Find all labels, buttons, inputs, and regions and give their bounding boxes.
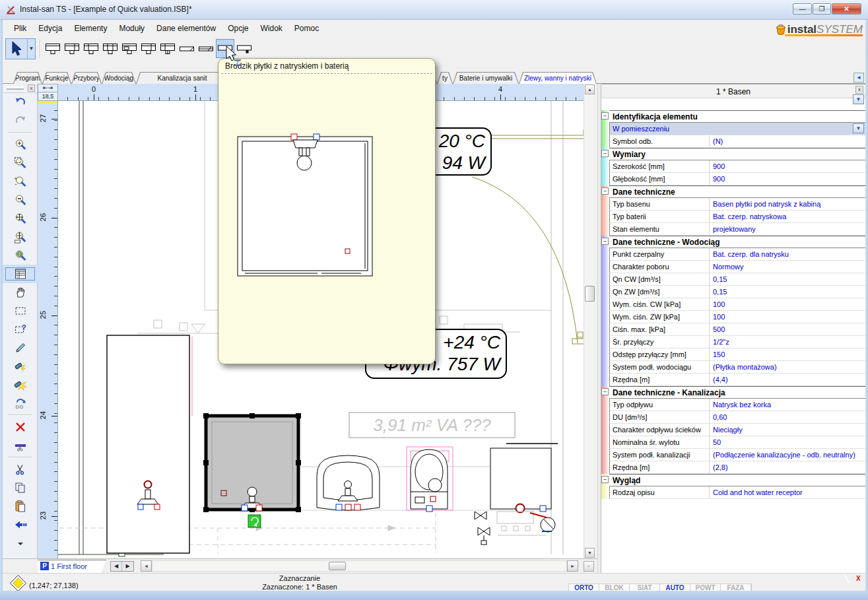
property-value[interactable]: (N) (710, 135, 865, 147)
tank-fixture[interactable] (490, 444, 558, 513)
menu-pomoc[interactable]: Pomoc (288, 21, 325, 36)
horizontal-scroll-thumb[interactable] (329, 562, 346, 570)
zoom-window-button[interactable] (3, 154, 38, 172)
rotate-refresh-button[interactable]: DG (3, 394, 38, 413)
minimize-button[interactable]: — (793, 3, 812, 15)
tool-washbasin-7[interactable] (158, 39, 177, 58)
tool-washbasin-2[interactable] (63, 39, 81, 58)
property-value[interactable]: (Podłączenie kanalizacyjne - odb. neutra… (710, 449, 865, 461)
zoom-pan-previous-button[interactable] (3, 228, 38, 246)
section-header[interactable]: Dane techniczne - Kanalizacja (609, 386, 865, 399)
zoom-whole-project-button[interactable] (3, 246, 38, 265)
section-header[interactable]: Dane techniczne - Wodociąg (609, 236, 865, 248)
property-value[interactable]: Natrysk bez korka (710, 399, 865, 411)
section-header[interactable]: Dane techniczne (609, 185, 865, 198)
section-header[interactable]: Identyfikacja elementu (609, 110, 865, 123)
property-value[interactable]: Cold and hot water receptor (710, 486, 865, 498)
split-view-button[interactable]: ▫ (584, 561, 594, 572)
scroll-right-icon[interactable]: ► (567, 560, 578, 572)
tab-ty[interactable]: ty (437, 72, 453, 84)
property-value[interactable]: 50 (710, 436, 865, 448)
room-area-label[interactable]: 3,91 m² VA ??? (349, 412, 516, 438)
property-value[interactable]: 150 (710, 349, 865, 360)
zoom-in-button[interactable] (3, 135, 38, 154)
property-value[interactable]: 100 (710, 298, 865, 310)
shower-tray-selected[interactable] (203, 413, 301, 527)
tool-washbasin-5[interactable] (120, 39, 139, 58)
palette-header[interactable]: x (3, 84, 37, 93)
redo-button[interactable] (3, 112, 38, 130)
undo-button[interactable] (3, 93, 38, 112)
delete-button[interactable] (3, 418, 38, 436)
sheet-prev-icon[interactable]: ◀ (111, 562, 122, 571)
toilet-fixture[interactable] (407, 447, 453, 512)
property-value[interactable]: 1/2"z (710, 336, 865, 348)
probe-element-button[interactable] (3, 357, 38, 376)
canvas-vertical-scrollbar[interactable]: ▲ ▼ (584, 84, 595, 558)
menu-moduły[interactable]: Moduły (113, 21, 150, 36)
menu-dane-elementów[interactable]: Dane elementów (150, 21, 222, 36)
trim-connection-button[interactable] (3, 436, 38, 455)
property-value[interactable]: projektowany (710, 223, 865, 235)
scroll-down-icon[interactable]: ▼ (585, 548, 595, 558)
tab-wodociąg[interactable]: Wodociąg (102, 72, 136, 84)
section-header[interactable]: Wymiary (609, 148, 865, 160)
rotate-handle-chip[interactable] (248, 515, 261, 527)
menu-opcje[interactable]: Opcje (222, 21, 254, 36)
collapse-icon[interactable]: – (601, 476, 609, 483)
property-value[interactable]: (2,8) (710, 461, 865, 473)
bathtub-fixture[interactable] (107, 335, 189, 553)
tab-kanalizacja-sanit[interactable]: Kanalizacja sanit (136, 72, 228, 84)
menu-plik[interactable]: Plik (8, 21, 32, 36)
vertical-scroll-thumb[interactable] (585, 286, 595, 302)
property-value[interactable]: (Płytka montażowa) (710, 361, 865, 373)
section-header[interactable]: Wygląd (609, 474, 865, 486)
pointer-tool-button[interactable]: ▼ (5, 38, 36, 59)
tab-funkcje[interactable]: Funkcje (42, 72, 71, 84)
property-value[interactable]: 500 (710, 323, 865, 335)
pointer-tool-dropdown[interactable]: ▼ (27, 39, 35, 59)
property-value[interactable]: 900 (710, 160, 865, 172)
tab-zlewy-wanny-i-natryski[interactable]: Zlewy, wanny i natryski (519, 72, 597, 84)
row-dropdown-icon[interactable]: ▼ (853, 123, 864, 133)
more-button[interactable] (3, 534, 38, 552)
sheet-next-icon[interactable]: ▶ (122, 562, 133, 571)
zoom-out-button[interactable] (3, 191, 38, 209)
data-table-button[interactable] (3, 265, 38, 283)
valve-pump-group[interactable] (475, 512, 555, 545)
property-value[interactable]: (4,4) (710, 374, 865, 385)
titlebar[interactable]: Instal-san TS - [Example of Quick valuat… (0, 0, 868, 20)
tool-washbasin-1[interactable] (44, 39, 62, 58)
cut-button[interactable] (3, 460, 38, 479)
select-area-button[interactable] (3, 302, 38, 320)
property-value[interactable]: ▼ (710, 123, 865, 135)
select-query-button[interactable]: ? (3, 320, 38, 339)
zoom-pan-button[interactable] (3, 209, 38, 228)
property-value[interactable]: 100 (710, 311, 865, 323)
tool-washbasin-4[interactable] (101, 39, 119, 58)
property-value[interactable]: Bat. czerp. natryskowa (710, 211, 865, 222)
hand-pan-button[interactable] (3, 283, 38, 302)
menu-widok[interactable]: Widok (255, 21, 288, 36)
tool-bathtub-flat-1[interactable] (178, 39, 196, 58)
go-back-button[interactable] (3, 516, 38, 534)
property-value[interactable]: 0,60 (710, 411, 865, 423)
washbasin-fixture[interactable] (317, 455, 380, 510)
collapse-icon[interactable]: – (601, 112, 609, 119)
collapse-icon[interactable]: – (601, 388, 609, 395)
tab-przybory[interactable]: Przybory (71, 72, 102, 84)
maximize-button[interactable]: ❐ (813, 3, 831, 15)
menu-elementy[interactable]: Elementy (68, 21, 113, 36)
property-value[interactable]: 0,15 (710, 273, 865, 285)
canvas-horizontal-scrollbar[interactable] (152, 560, 567, 572)
panel-dock-button[interactable]: ◄ (853, 73, 864, 83)
collapse-icon[interactable]: – (601, 187, 609, 195)
palette-close-icon[interactable]: x (28, 84, 35, 92)
property-value[interactable]: Basen płytki pod natrysk z kabiną (710, 198, 865, 210)
close-button[interactable]: ✕ (832, 3, 861, 15)
collapse-icon[interactable]: – (601, 238, 609, 245)
tool-washbasin-3[interactable] (82, 39, 100, 58)
tool-washbasin-6[interactable] (139, 39, 158, 58)
scroll-up-icon[interactable]: ▲ (585, 84, 595, 94)
panel-close-icon[interactable]: x (855, 86, 863, 94)
